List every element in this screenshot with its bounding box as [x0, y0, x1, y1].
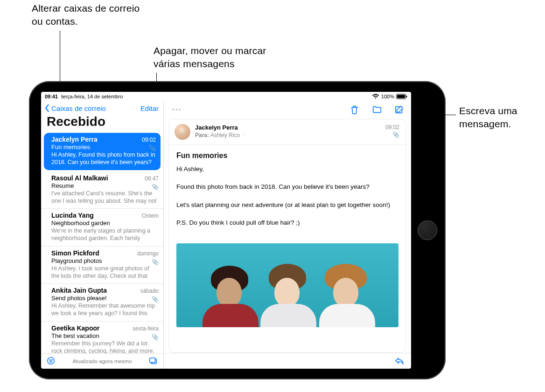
trash-icon [349, 104, 360, 115]
list-preview: We're in the early stages of planning a … [51, 227, 159, 242]
to-recipient: Ashley Rico [210, 132, 240, 138]
filter-button[interactable] [46, 357, 56, 366]
list-preview: Hi Ashley, Remember that awesome trip we… [51, 302, 159, 317]
message-recipient-line[interactable]: Para: Ashley Rico 〉 [195, 132, 248, 139]
move-button[interactable] [372, 104, 382, 115]
list-time: sexta-feira [133, 325, 159, 332]
paperclip-icon: 📎 [152, 334, 159, 340]
paperclip-icon: 📎 [152, 259, 159, 265]
message-list[interactable]: Jackelyn Perra09:02Fun memoriesHi Ashley… [41, 132, 163, 353]
mailboxes-back-label: Caixas de correio [51, 104, 106, 112]
edit-button[interactable]: Editar [140, 104, 159, 112]
attachment-photo[interactable] [176, 243, 398, 327]
body-paragraph: Found this photo from back in 2018. Can … [176, 182, 398, 192]
statusbar-date: terça-feira, 14 de setembro [61, 94, 123, 99]
message-list-item[interactable]: Lucinda YangOntemNeighborhood gardenWe'r… [41, 209, 163, 247]
message-header: Jackelyn Perra Para: Ashley Rico 〉 09:02… [169, 119, 406, 145]
filter-icon [46, 357, 56, 365]
message-sender[interactable]: Jackelyn Perra [195, 124, 248, 131]
list-preview: Hi Ashley, Found this photo from back in… [51, 151, 156, 166]
list-subject: Resume [51, 182, 159, 189]
callout-compose: Escreva uma mensagem. [459, 104, 538, 131]
list-sender: Geetika Kapoor [51, 324, 99, 332]
list-sender: Lucinda Yang [51, 212, 94, 219]
statusbar-wifi-pct: 100% [381, 94, 394, 99]
paperclip-icon: 📎 [152, 184, 159, 190]
list-time: sábado [140, 288, 159, 294]
message-body: Hi Ashley, Found this photo from back in… [169, 165, 406, 241]
stack-button[interactable] [148, 357, 159, 366]
trash-button[interactable] [349, 104, 360, 115]
message-bottom-bar [164, 353, 411, 369]
list-preview: Remember this journey? We did a lot: roc… [51, 340, 159, 354]
status-bar: 09:41 terça-feira, 14 de setembro 100% [41, 92, 411, 101]
list-time: domingo [137, 250, 159, 257]
mailboxes-back-button[interactable]: Caixas de correio [44, 104, 106, 112]
message-list-item[interactable]: Ankita Jain GuptasábadoSend photos pleas… [41, 284, 163, 322]
chevron-left-icon [44, 104, 50, 112]
sidebar-bottom-bar: Atualizado agora mesmo [41, 353, 163, 369]
message-detail-pane: ••• [164, 101, 411, 369]
statusbar-time: 09:41 [45, 94, 58, 99]
list-subject: The best vacation [51, 332, 159, 339]
list-time: 09:02 [142, 137, 156, 143]
list-time: Ontem [142, 213, 159, 219]
avatar[interactable] [175, 124, 190, 140]
message-list-item[interactable]: Jackelyn Perra09:02Fun memoriesHi Ashley… [44, 133, 161, 170]
list-preview: I've attached Carol's resume. She's the … [51, 190, 159, 205]
compose-icon [394, 104, 405, 115]
folder-icon [372, 104, 382, 115]
paperclip-icon: 📎 [149, 145, 156, 151]
home-button[interactable] [418, 220, 437, 240]
drag-handle-icon[interactable]: ••• [172, 106, 182, 113]
compose-button[interactable] [394, 104, 405, 115]
message-toolbar: ••• [164, 101, 411, 117]
list-sender: Rasoul Al Malkawi [51, 174, 108, 182]
paperclip-icon: 📎 [385, 131, 399, 138]
list-sender: Ankita Jain Gupta [51, 287, 107, 294]
paperclip-icon: 📎 [152, 296, 159, 303]
message-list-item[interactable]: Rasoul Al Malkawi08:47ResumeI've attache… [41, 172, 163, 209]
list-sender: Simon Pickford [51, 249, 99, 257]
list-subject: Fun memories [51, 144, 156, 151]
message-card: Jackelyn Perra Para: Ashley Rico 〉 09:02… [168, 119, 406, 353]
list-subject: Playground photos [51, 257, 159, 264]
reply-icon [394, 356, 405, 365]
screen: 09:41 terça-feira, 14 de setembro 100% [41, 92, 411, 369]
body-paragraph: Let's start planning our next adventure … [176, 200, 398, 210]
battery-icon [396, 94, 407, 99]
reply-button[interactable] [394, 356, 405, 366]
callout-bulk-actions: Apagar, mover ou marcar várias mensagens [154, 44, 293, 71]
sidebar-status-text: Atualizado agora mesmo [56, 358, 148, 364]
chevron-right-icon: 〉 [243, 132, 248, 138]
list-subject: Send photos please! [51, 295, 159, 302]
message-subject: Fun memories [169, 145, 406, 165]
list-time: 08:47 [145, 175, 159, 182]
to-label: Para: [195, 132, 209, 138]
wifi-icon [372, 94, 379, 99]
list-preview: Hi Ashley, I took some great photos of t… [51, 265, 159, 280]
list-sender: Jackelyn Perra [51, 136, 98, 143]
svg-rect-1 [397, 95, 405, 98]
message-list-item[interactable]: Geetika Kapoorsexta-feiraThe best vacati… [41, 322, 163, 354]
message-time: 09:02 [385, 124, 399, 131]
inbox-title: Recebido [41, 114, 163, 132]
message-list-pane: Caixas de correio Editar Recebido Jackel… [41, 101, 164, 369]
message-list-item[interactable]: Simon PickforddomingoPlayground photosHi… [41, 247, 163, 284]
svg-rect-2 [406, 96, 407, 97]
list-subject: Neighborhood garden [51, 220, 159, 227]
callout-switch-mailboxes: Alterar caixas de correio ou contas. [32, 2, 148, 28]
stack-icon [148, 357, 159, 365]
ipad-frame: 09:41 terça-feira, 14 de setembro 100% [29, 81, 446, 379]
body-paragraph: P.S. Do you think I could pull off blue … [176, 218, 398, 227]
body-paragraph: Hi Ashley, [176, 165, 398, 174]
svg-point-3 [48, 358, 54, 364]
svg-rect-5 [150, 358, 155, 363]
